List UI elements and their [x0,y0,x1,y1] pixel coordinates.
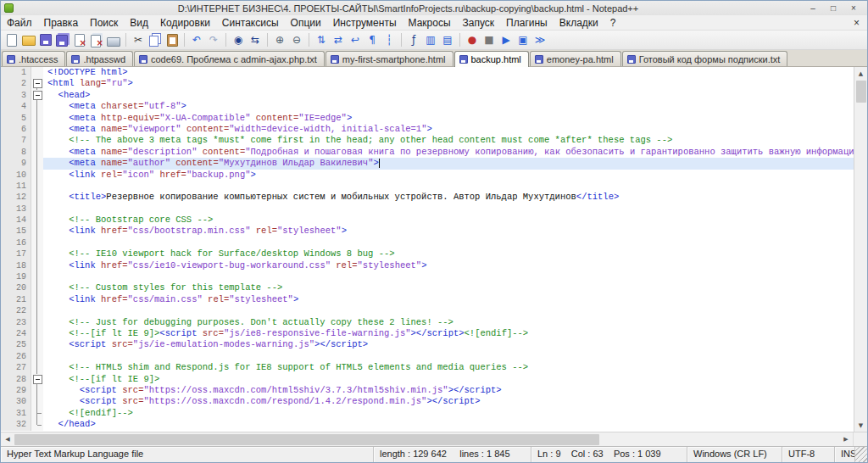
zoom-in-icon[interactable]: ⊕ [272,32,287,47]
scroll-up-arrow-icon[interactable]: ▲ [854,67,867,80]
save-icon[interactable] [38,32,53,47]
code-text[interactable]: <link href="css/ie10-viewport-bug-workar… [43,260,854,271]
zoom-out-icon[interactable]: ⊖ [289,32,304,47]
play-macro-icon[interactable]: ▶ [498,32,514,47]
code-text[interactable]: <title>Резервное копирование компьютерны… [43,192,854,203]
copy-icon[interactable] [147,32,163,47]
code-text[interactable]: </head> [43,419,854,430]
menu-item-5[interactable]: Кодировки [154,16,216,30]
status-eol-format[interactable]: Windows (CR LF) [687,447,782,462]
minimize-button[interactable]: – [803,2,823,14]
code-text[interactable] [43,305,854,316]
menu-item-1[interactable]: Файл [1,16,38,30]
menu-item-11[interactable]: Плагины [500,16,554,30]
code-text[interactable] [43,204,854,215]
maximize-button[interactable]: □ [823,2,843,14]
code-text[interactable] [43,271,854,282]
code-text[interactable]: <!--[if lt IE 9]> [43,374,854,385]
save-macro-icon[interactable]: ▣ [515,32,531,47]
code-text[interactable]: <link href="css/main.css" rel="styleshee… [43,294,854,305]
vertical-scrollbar[interactable]: ▲ ▼ [854,67,867,432]
code-text[interactable]: <script src="js/ie-emulation-modes-warni… [43,339,854,350]
scroll-down-arrow-icon[interactable]: ▼ [854,419,867,432]
tab-4[interactable]: my-first-smartphone.html [326,51,453,66]
tab-5[interactable]: backup.html [454,51,529,67]
doc-switcher-icon[interactable]: ▤ [440,32,455,47]
save-all-icon[interactable] [55,32,70,47]
code-text[interactable] [43,181,854,192]
scroll-left-arrow-icon[interactable]: ◀ [1,432,14,446]
code-text[interactable]: <meta name="description" content="Подроб… [43,147,854,158]
fold-marker[interactable] [31,374,43,385]
code-text[interactable]: <head> [43,90,854,101]
print-icon[interactable] [106,32,121,47]
tab-1[interactable]: .htaccess [2,51,65,66]
close-file-icon[interactable] [72,32,87,47]
scroll-right-arrow-icon[interactable]: ▶ [839,432,853,446]
menu-item-3[interactable]: Поиск [84,16,124,30]
menu-item-2[interactable]: Правка [38,16,85,30]
stop-macro-icon[interactable]: ■ [481,32,497,47]
code-text[interactable]: <script src="https://oss.maxcdn.com/resp… [43,396,854,407]
code-text[interactable]: <html lang="ru"> [43,78,854,89]
undo-icon[interactable]: ↶ [189,32,204,47]
code-text[interactable]: <!DOCTYPE html> [43,67,854,78]
code-text[interactable]: <![endif]--> [43,408,854,419]
code-text[interactable]: <link href="css/bootstrap.min.css" rel="… [43,226,854,237]
menu-item-13[interactable]: ? [604,16,622,30]
code-text[interactable]: <!--[if lt IE 9]><script src="js/ie8-res… [43,328,854,339]
indent-guide-icon[interactable]: ┆ [381,32,397,47]
code-text[interactable]: <link rel="icon" href="backup.png"> [43,170,854,181]
vertical-scroll-thumb[interactable] [856,81,866,103]
code-text[interactable]: <meta http-equiv="X-UA-Compatible" conte… [43,113,854,124]
code-text[interactable]: <meta name="author" content="Мухутдинов … [43,158,854,169]
close-all-icon[interactable] [89,32,104,47]
resize-grip[interactable] [855,447,867,462]
word-wrap-icon[interactable]: ↩ [348,32,363,47]
fold-marker[interactable] [31,90,43,101]
status-insert-mode[interactable]: INS [835,447,855,462]
function-list-icon[interactable]: ƒ [406,32,421,47]
horizontal-scrollbar[interactable]: ◀ ▶ [1,432,867,446]
find-icon[interactable]: ◉ [231,32,246,47]
open-file-icon[interactable] [21,32,36,47]
code-text[interactable]: <!-- HTML5 shim and Respond.js for IE8 s… [43,362,854,373]
code-text[interactable]: <meta name="viewport" content="width=dev… [43,124,854,135]
run-macro-multiple-icon[interactable]: ≫ [532,32,548,47]
sync-horizontal-icon[interactable]: ⇄ [331,32,346,47]
close-button[interactable]: × [843,2,864,14]
replace-icon[interactable]: ⇆ [248,32,263,47]
tab-6[interactable]: emoney-pa.html [530,51,621,66]
menu-item-9[interactable]: Макросы [403,16,457,30]
code-text[interactable]: <!-- Just for debugging purposes. Don't … [43,317,854,328]
code-text[interactable]: <script src="https://oss.maxcdn.com/html… [43,385,854,396]
redo-icon[interactable]: ↷ [206,32,221,47]
code-text[interactable]: <!-- Bootstrap core CSS --> [43,215,854,226]
menu-item-12[interactable]: Вкладки [554,16,604,30]
menu-item-4[interactable]: Вид [124,16,154,30]
tab-7[interactable]: Готовый код формы подписки.txt [622,51,788,66]
record-macro-icon[interactable]: ● [465,32,480,47]
code-text[interactable]: <!-- The above 3 meta tags *must* come f… [43,135,854,146]
code-text[interactable]: <!-- Custom styles for this template --> [43,282,854,293]
status-encoding[interactable]: UTF-8 [782,447,835,462]
menu-item-8[interactable]: Инструменты [327,16,403,30]
horizontal-scroll-thumb[interactable] [14,434,599,445]
code-text[interactable]: <!-- IE10 viewport hack for Surface/desk… [43,248,854,259]
document-map-icon[interactable]: ▥ [423,32,438,47]
cut-icon[interactable]: ✂ [131,32,146,47]
menu-item-7[interactable]: Опции [285,16,327,30]
fold-marker[interactable] [31,78,43,89]
menu-item-6[interactable]: Синтаксисы [216,16,285,30]
menu-item-10[interactable]: Запуск [457,16,501,30]
code-text[interactable] [43,351,854,362]
tab-3[interactable]: code69. Проблема с admin-ajax.php.txt [134,51,325,66]
title-bar[interactable]: D:\ИНТЕРНЕТ БИЗНЕС\4. ПРОЕКТЫ-САЙТЫ\Smar… [1,1,867,15]
sync-vertical-icon[interactable]: ⇅ [314,32,329,47]
code-text[interactable] [43,237,854,248]
code-lines[interactable]: 1<!DOCTYPE html>2<html lang="ru">3 <head… [1,67,854,432]
paste-icon[interactable] [164,32,180,47]
menubar-close-document-button[interactable]: × [846,17,867,29]
tab-2[interactable]: .htpasswd [66,51,133,66]
code-text[interactable]: <meta charset="utf-8"> [43,101,854,112]
